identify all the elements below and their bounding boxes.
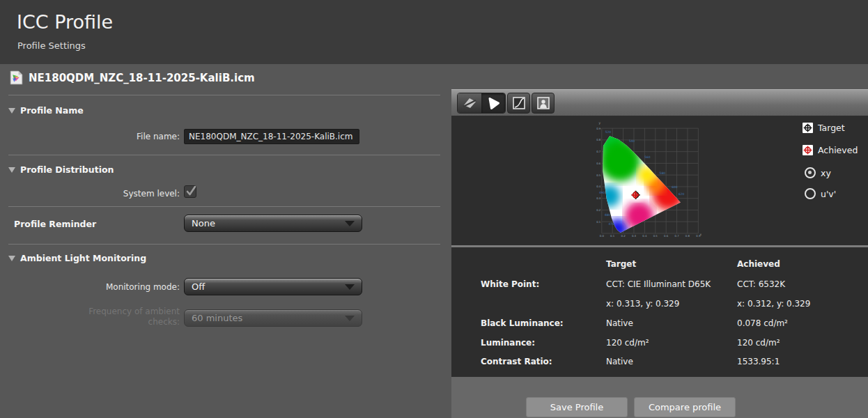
- compare-profile-button[interactable]: Compare profile: [634, 397, 736, 417]
- legend-target: Target: [803, 123, 845, 133]
- section-heading: Profile Name: [20, 105, 84, 116]
- chevron-down-icon: [345, 221, 355, 226]
- gamut-3d-button[interactable]: [458, 93, 481, 113]
- svg-text:0.7: 0.7: [674, 234, 679, 238]
- achieved-value: x: 0.312, y: 0.329: [737, 299, 810, 309]
- save-profile-button[interactable]: Save Profile: [526, 397, 628, 417]
- legend-achieved-label: Achieved: [818, 145, 858, 155]
- chevron-down-icon: [345, 284, 355, 290]
- section-profile-distribution[interactable]: Profile Distribution: [8, 164, 114, 175]
- radio-xy[interactable]: [805, 167, 816, 178]
- radio-row-xy[interactable]: xy: [805, 167, 831, 178]
- system-level-label: System level:: [10, 189, 180, 199]
- profile-reminder-dropdown[interactable]: None: [184, 215, 362, 232]
- checkmark-icon: [184, 183, 198, 197]
- section-heading: Profile Distribution: [20, 164, 114, 175]
- divider: [8, 95, 440, 95]
- achieved-value: 0.078 cd/m²: [737, 318, 788, 328]
- svg-text:0.7: 0.7: [596, 150, 601, 153]
- monitoring-mode-label: Monitoring mode:: [10, 282, 180, 293]
- test-image-button[interactable]: [532, 93, 555, 114]
- divider: [8, 206, 440, 207]
- radio-uv-label: u'v': [821, 189, 836, 199]
- tone-curve-icon: [511, 95, 527, 111]
- calibration-result-panel: 0.0 0.1 0.2 0.3 0.4 0.5 0.6 0.7 0.8 0.9 …: [451, 89, 868, 418]
- chart-toolbar: [451, 89, 868, 116]
- table-row: Black Luminance: Native 0.078 cd/m²: [451, 318, 868, 331]
- divider: [8, 155, 440, 155]
- svg-text:0.2: 0.2: [621, 234, 626, 238]
- file-name-label: File name:: [10, 132, 180, 142]
- monitoring-mode-dropdown[interactable]: Off: [184, 278, 362, 295]
- svg-text:0.6: 0.6: [664, 234, 669, 238]
- page-header: ICC Profile Profile Settings: [0, 0, 868, 64]
- frequency-label: Frequency of ambient checks:: [10, 307, 180, 327]
- svg-text:600: 600: [672, 185, 678, 189]
- profile-title-row: NE180QDM_NZC_18-11-2025-KaliB.icm: [10, 70, 255, 85]
- radio-row-uv[interactable]: u'v': [805, 188, 836, 199]
- radio-uv[interactable]: [805, 188, 816, 199]
- svg-text:0.5: 0.5: [653, 234, 658, 238]
- gamut-3d-icon: [462, 95, 477, 111]
- page-title: ICC Profile: [17, 11, 113, 33]
- svg-text:0.0: 0.0: [600, 234, 605, 238]
- svg-text:540: 540: [629, 139, 635, 143]
- table-header-row: Target Achieved: [451, 259, 868, 272]
- page-subtitle: Profile Settings: [17, 40, 86, 51]
- collapse-triangle-icon[interactable]: [8, 167, 15, 173]
- svg-text:0.2: 0.2: [596, 208, 601, 212]
- svg-text:520: 520: [605, 130, 612, 134]
- svg-text:0.8: 0.8: [685, 234, 690, 238]
- row-label: Luminance:: [481, 338, 535, 348]
- svg-text:0.1: 0.1: [610, 234, 615, 238]
- section-profile-name[interactable]: Profile Name: [8, 105, 84, 116]
- row-label: White Point:: [481, 279, 539, 289]
- svg-text:0.8: 0.8: [596, 138, 601, 141]
- svg-text:0.4: 0.4: [642, 234, 647, 238]
- svg-text:0.3: 0.3: [632, 234, 637, 238]
- legend-achieved: Achieved: [803, 145, 858, 155]
- profile-reminder-label: Profile Reminder: [14, 219, 96, 229]
- dropdown-value: Off: [192, 281, 205, 292]
- frequency-dropdown: 60 minutes: [184, 309, 362, 327]
- chromaticity-chart: 0.0 0.1 0.2 0.3 0.4 0.5 0.6 0.7 0.8 0.9 …: [596, 118, 702, 241]
- radio-xy-label: xy: [821, 168, 831, 178]
- table-row: Luminance: 120 cd/m² 120 cd/m²: [451, 338, 868, 350]
- svg-text:620: 620: [679, 192, 685, 196]
- svg-text:480: 480: [605, 213, 611, 217]
- chevron-down-icon: [345, 316, 355, 321]
- chromaticity-chart-region: 0.0 0.1 0.2 0.3 0.4 0.5 0.6 0.7 0.8 0.9 …: [451, 116, 868, 245]
- bottom-action-bar: Save Profile Compare profile: [451, 377, 868, 418]
- target-value: 120 cd/m²: [606, 338, 649, 348]
- target-value: CCT: CIE Illuminant D65K: [606, 279, 711, 289]
- table-row: White Point: CCT: CIE Illuminant D65K CC…: [451, 279, 868, 292]
- x-axis-ticks: 0.0 0.1 0.2 0.3 0.4 0.5 0.6 0.7 0.8 0.9: [600, 234, 701, 238]
- svg-text:580: 580: [660, 171, 666, 175]
- achieved-value: CCT: 6532K: [737, 279, 785, 289]
- gamut-triangle-icon: [486, 95, 501, 111]
- target-value: Native: [606, 318, 633, 328]
- dropdown-value: None: [192, 218, 215, 229]
- tone-curve-button[interactable]: [507, 93, 530, 114]
- collapse-triangle-icon[interactable]: [8, 256, 15, 261]
- collapse-triangle-icon[interactable]: [8, 108, 15, 114]
- icc-file-icon: [10, 70, 23, 85]
- svg-text:0.1: 0.1: [596, 220, 601, 224]
- svg-text:560: 560: [644, 155, 651, 159]
- system-level-checkbox[interactable]: [184, 185, 196, 198]
- svg-text:0.9: 0.9: [596, 127, 601, 130]
- test-image-icon: [536, 95, 551, 111]
- file-name-input[interactable]: [184, 129, 359, 144]
- row-label: Black Luminance:: [481, 318, 564, 328]
- comparison-table: Target Achieved White Point: CCT: CIE Il…: [451, 247, 868, 377]
- gamut-2d-button[interactable]: [481, 93, 505, 113]
- profile-file-name: NE180QDM_NZC_18-11-2025-KaliB.icm: [29, 72, 255, 84]
- achieved-value: 1533.95:1: [737, 357, 780, 366]
- target-crosshair-icon: [803, 123, 813, 133]
- y-axis-label: y: [598, 121, 600, 125]
- section-heading: Ambient Light Monitoring: [20, 253, 146, 263]
- achieved-value: 120 cd/m²: [737, 338, 780, 348]
- legend-target-label: Target: [818, 123, 845, 133]
- svg-text:0.6: 0.6: [596, 162, 601, 165]
- section-ambient-light[interactable]: Ambient Light Monitoring: [8, 253, 146, 263]
